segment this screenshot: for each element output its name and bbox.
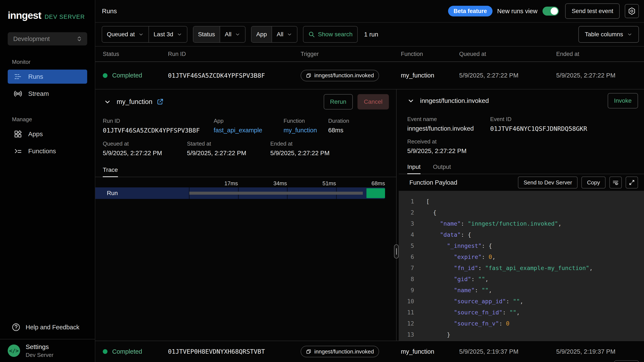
code-line: 12 "source_fn_v": 0 xyxy=(399,318,644,329)
external-link-icon[interactable] xyxy=(156,98,164,105)
table-row[interactable]: Completed 01JTVF46SA5ZCDK4YPFSPV3B8F inn… xyxy=(95,62,644,89)
toggle-knob xyxy=(551,7,558,15)
sidebar-item-label: Runs xyxy=(28,73,43,80)
started-at-label: Started at xyxy=(187,141,270,147)
tab-input[interactable]: Input xyxy=(407,164,420,174)
status-filter-label: Status xyxy=(193,26,220,42)
sidebar-item-label: Stream xyxy=(28,90,49,97)
time-filter-group[interactable]: Queued at Last 3d xyxy=(102,26,188,43)
code-line: 10 "source_app_id": "", xyxy=(399,296,644,307)
new-runs-view-toggle[interactable] xyxy=(542,7,559,15)
app-label: App xyxy=(214,118,284,124)
trace-row-label: Run xyxy=(107,187,118,199)
trigger-name: inngest/function.invoked xyxy=(314,72,374,79)
wrap-text-button[interactable] xyxy=(610,177,622,188)
collapse-chevron-icon[interactable] xyxy=(104,98,111,105)
table-row[interactable]: Completed 01JTVEP0H8EVDNYXH68QRSTVBT inn… xyxy=(95,341,644,362)
function-label: Function xyxy=(284,118,328,124)
inngest-logo: inngest xyxy=(8,9,41,21)
code-line: 2 { xyxy=(399,207,644,218)
rerun-button[interactable]: Rerun xyxy=(324,94,353,110)
trace-timeline xyxy=(189,187,385,199)
io-tabs: Input Output xyxy=(399,164,644,174)
cancel-button[interactable]: Cancel xyxy=(358,94,389,110)
help-and-feedback[interactable]: Help and Feedback xyxy=(0,323,95,339)
chevron-down-icon xyxy=(287,32,292,37)
trigger-name: inngest/function.invoked xyxy=(314,348,374,355)
new-runs-view-label: New runs view xyxy=(497,8,538,15)
monitor-section-label: Monitor xyxy=(12,59,95,65)
code-line: 4 "data": { xyxy=(399,229,644,240)
event-icon xyxy=(306,73,311,78)
run-detail-header: my_function Rerun Cancel xyxy=(95,89,396,110)
settings-subtitle: Dev Server xyxy=(26,352,54,358)
app-filter-label: App xyxy=(252,26,272,42)
gear-icon xyxy=(628,7,636,15)
payload-toolbar: Function Payload Send to Dev Server Copy xyxy=(399,174,644,191)
ended-at: 5/9/2025, 2:27:22 PM xyxy=(270,150,330,157)
trigger-pill[interactable]: inngest/function.invoked xyxy=(301,70,379,81)
event-title: inngest/function.invoked xyxy=(420,97,489,104)
environment-select[interactable]: Development xyxy=(8,32,87,45)
run-id: 01JTVF46SA5ZCDK4YPFSPV3B8F xyxy=(103,127,214,134)
app-link[interactable]: fast_api_example xyxy=(214,127,284,134)
select-updown-icon xyxy=(76,36,82,42)
sidebar-item-label: Apps xyxy=(28,130,43,138)
invoke-button[interactable]: Invoke xyxy=(608,93,638,108)
collapse-chevron-icon[interactable] xyxy=(407,97,414,104)
col-ended-at: Ended at xyxy=(556,51,644,57)
table-columns-button[interactable]: Table columns xyxy=(578,26,639,43)
wrap-text-icon xyxy=(612,179,619,186)
expand-button[interactable] xyxy=(626,177,638,188)
code-line: 13 } xyxy=(399,329,644,340)
send-test-event-button[interactable]: Send test event xyxy=(565,3,620,19)
tab-trace[interactable]: Trace xyxy=(103,167,118,177)
received-at-label: Received at xyxy=(407,138,466,145)
chevron-down-icon xyxy=(627,32,632,37)
send-to-dev-server-button[interactable]: Send to Dev Server xyxy=(518,177,578,188)
code-line: 9 "name": "", xyxy=(399,285,644,296)
ended-at-value: 5/9/2025, 2:19:37 PM xyxy=(556,348,644,355)
col-queued-at: Queued at xyxy=(459,51,556,57)
event-fields-row-1: Event name inngest/function.invoked Even… xyxy=(399,116,644,132)
code-line: 5 "_inngest": { xyxy=(399,240,644,251)
runs-icon xyxy=(13,72,23,81)
tab-output[interactable]: Output xyxy=(433,164,451,174)
col-trigger: Trigger xyxy=(301,51,401,57)
queued-at: 5/9/2025, 2:27:22 PM xyxy=(103,150,187,157)
time-range-value: Last 3d xyxy=(154,31,173,38)
trace-tick-labels: 17ms 34ms 51ms 68ms xyxy=(189,179,385,187)
sidebar-item-stream[interactable]: Stream xyxy=(8,87,87,101)
status-filter-value: All xyxy=(225,31,232,38)
status-badge: Completed xyxy=(112,348,142,355)
show-search-label: Show search xyxy=(318,31,352,38)
function-link[interactable]: my_function xyxy=(284,127,328,134)
trace-queued-segment xyxy=(189,192,363,195)
payload-code-editor[interactable]: 1[2 {3 "name": "inngest/function.invoked… xyxy=(399,191,644,341)
code-line: 11 "source_fn_id": "", xyxy=(399,307,644,318)
chevron-down-icon xyxy=(177,32,182,37)
event-icon xyxy=(306,349,311,354)
status-filter-group[interactable]: Status All xyxy=(193,26,246,43)
received-at: 5/9/2025, 2:27:22 PM xyxy=(407,148,466,155)
settings-row[interactable]: </> Settings Dev Server xyxy=(0,339,95,362)
sidebar-item-functions[interactable]: Functions xyxy=(8,144,87,158)
payload-title: Function Payload xyxy=(410,179,514,186)
tick-label: 17ms xyxy=(224,180,238,187)
sidebar-item-label: Functions xyxy=(28,148,56,155)
trace-run-row[interactable]: Run xyxy=(95,187,385,199)
tick-label: 34ms xyxy=(273,180,287,187)
status-badge: Completed xyxy=(112,72,142,79)
sidebar-item-runs[interactable]: Runs xyxy=(8,70,87,84)
show-search-button[interactable]: Show search xyxy=(303,26,358,43)
tick-label: 68ms xyxy=(371,180,385,187)
trigger-pill[interactable]: inngest/function.invoked xyxy=(301,346,379,357)
dev-server-label: DEV SERVER xyxy=(45,14,85,20)
panel-resize-handle[interactable] xyxy=(394,244,399,258)
sidebar-item-apps[interactable]: Apps xyxy=(8,127,87,141)
event-id: 01JTVF46NYC1QSFJDNRDQ58GKR xyxy=(490,125,587,132)
function-name: my_function xyxy=(401,72,459,79)
app-filter-group[interactable]: App All xyxy=(251,26,298,43)
settings-gear-button[interactable] xyxy=(625,4,639,18)
copy-button[interactable]: Copy xyxy=(582,177,606,188)
